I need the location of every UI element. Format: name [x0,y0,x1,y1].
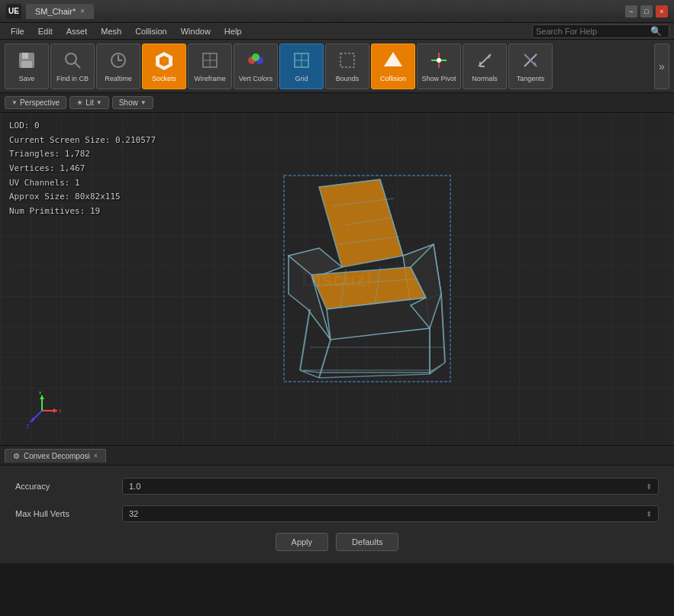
find-in-cb-label: Find in CB [56,75,89,82]
grid-button[interactable]: Grid [279,44,324,89]
search-bar: 🔍 [532,24,669,38]
search-input[interactable] [536,27,650,36]
lod-stat: LOD: 0 [9,119,156,134]
vertices-stat: Vertices: 1,467 [9,162,156,176]
accuracy-row: Accuracy 1.0 ⬍ [15,478,659,495]
show-pivot-icon [428,50,450,73]
apply-button[interactable]: Apply [276,533,329,551]
max-hull-verts-input[interactable]: 32 ⬍ [122,505,659,522]
menu-mesh[interactable]: Mesh [95,25,127,37]
tangents-button[interactable]: Tangents [508,44,553,89]
show-dropdown[interactable]: Show ▼ [112,96,153,109]
accuracy-input[interactable]: 1.0 ⬍ [122,478,659,495]
wireframe-label: Wireframe [194,75,226,82]
svg-text:X: X [59,408,61,414]
axis-widget: X Y Z [23,392,61,430]
maximize-button[interactable]: □ [640,5,653,18]
menu-file[interactable]: File [5,25,31,37]
save-icon [16,50,37,73]
svg-marker-59 [31,417,34,422]
accuracy-label: Accuracy [15,482,122,491]
main-tab[interactable]: SM_Chair* × [26,4,94,19]
bottom-panel: ⚙ Convex Decomposi × Accuracy 1.0 ⬍ Max … [0,445,674,563]
accuracy-arrow-icon: ⬍ [646,482,652,491]
menu-help[interactable]: Help [218,25,248,37]
svg-text:Y: Y [38,392,43,396]
normals-icon [474,50,495,73]
max-hull-verts-arrow-icon: ⬍ [646,510,652,518]
menu-collision[interactable]: Collision [129,25,173,37]
panel-tab-bar: ⚙ Convex Decomposi × [0,446,674,466]
uv-channels-stat: UV Channels: 1 [9,176,156,191]
wireframe-button[interactable]: Wireframe [188,44,232,89]
num-primitives-stat: Num Primitives: 19 [9,205,156,219]
title-bar: UE SM_Chair* × − □ × [0,0,674,23]
bounds-button[interactable]: Bounds [325,44,369,89]
svg-marker-53 [53,408,57,413]
menu-asset[interactable]: Asset [60,25,94,37]
menu-edit[interactable]: Edit [32,25,59,37]
ue-logo-icon: UE [6,4,21,19]
show-label: Show [119,98,138,107]
convex-decomp-tab[interactable]: ⚙ Convex Decomposi × [5,449,106,463]
svg-line-44 [300,309,310,370]
show-pivot-label: Show Pivot [421,75,456,82]
vert-colors-label: Vert Colors [239,75,273,82]
collision-icon [382,50,404,73]
svg-marker-7 [160,56,169,66]
vert-colors-button[interactable]: Vert Colors [234,44,278,89]
normals-button[interactable]: Normals [463,44,507,89]
perspective-dropdown[interactable]: ▼ Perspective [5,96,66,109]
tangents-icon [520,50,541,73]
close-button[interactable]: × [656,5,668,18]
collision-button[interactable]: Collision [371,44,415,89]
minimize-button[interactable]: − [625,5,637,18]
lit-label: Lit [85,98,94,107]
svg-text:Z: Z [26,423,30,430]
lit-dropdown[interactable]: ☀ Lit ▼ [69,96,108,109]
show-pivot-button[interactable]: Show Pivot [417,44,461,89]
approx-size-stat: Approx Size: 80x82x115 [9,190,156,205]
defaults-button[interactable]: Defaults [336,533,398,551]
lit-icon: ☀ [76,98,83,107]
find-in-cb-button[interactable]: Find in CB [50,44,95,89]
svg-marker-29 [319,179,403,267]
svg-rect-1 [22,53,28,59]
chair-model [227,156,472,402]
show-arrow: ▼ [140,99,147,106]
tangents-label: Tangents [517,75,545,82]
wireframe-icon [199,50,221,73]
tab-label: SM_Chair* [35,7,76,16]
perspective-label: Perspective [20,98,60,107]
viewport[interactable]: LOD: 0 Current Screen Size: 0.210577 Tri… [0,113,674,445]
sockets-icon [153,50,175,73]
panel-buttons: Apply Defaults [15,533,659,551]
realtime-button[interactable]: Realtime [96,44,140,89]
title-bar-left: UE SM_Chair* × [6,4,94,19]
save-button[interactable]: Save [5,44,49,89]
sockets-label: Sockets [152,75,176,82]
find-icon [62,50,83,73]
panel-content: Accuracy 1.0 ⬍ Max Hull Verts 32 ⬍ Apply… [0,466,674,563]
viewport-stats: LOD: 0 Current Screen Size: 0.210577 Tri… [9,119,156,219]
panel-tab-close-icon[interactable]: × [94,452,98,460]
window-controls: − □ × [625,5,668,18]
realtime-icon [108,50,129,73]
sockets-button[interactable]: Sockets [142,44,186,89]
perspective-arrow: ▼ [11,99,18,106]
svg-rect-2 [21,61,32,68]
normals-label: Normals [472,75,498,82]
toolbar-more-button[interactable]: » [654,44,669,89]
screen-size-stat: Current Screen Size: 0.210577 [9,134,156,148]
realtime-label: Realtime [105,75,132,82]
viewport-controls: ▼ Perspective ☀ Lit ▼ Show ▼ [0,93,674,113]
save-label: Save [19,75,35,82]
vert-colors-icon [245,50,266,73]
max-hull-verts-value: 32 [129,509,138,518]
svg-line-4 [75,63,80,68]
menu-window[interactable]: Window [175,25,217,37]
tab-close-icon[interactable]: × [80,7,85,15]
svg-point-21 [437,58,441,63]
accuracy-value: 1.0 [129,482,140,491]
toolbar: Save Find in CB Realtime Sockets Wirefra… [0,40,674,93]
